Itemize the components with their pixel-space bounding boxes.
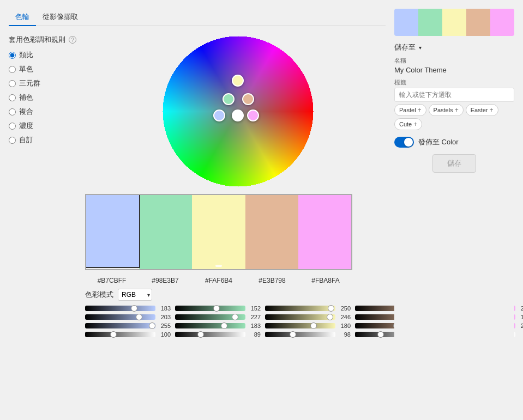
sliders-grid: 1831522502272512032272461831682551831801…: [85, 305, 352, 338]
slider-val-r0-c2: 250: [338, 305, 351, 312]
handle-4[interactable]: [213, 109, 225, 121]
slider-cell-r2-c1: 183: [175, 322, 261, 329]
slider-val-r3-c4: 98: [518, 331, 523, 338]
handle-1[interactable]: [232, 75, 244, 87]
tag-plus-icon: +: [489, 106, 493, 114]
slider-r2-c1[interactable]: [175, 323, 245, 328]
info-icon[interactable]: ?: [69, 36, 76, 44]
preview-swatch-4: [490, 9, 514, 36]
name-value[interactable]: My Color Theme: [394, 66, 514, 74]
handle-3[interactable]: [242, 93, 254, 105]
radio-triadic[interactable]: 三元群: [9, 78, 76, 88]
save-button[interactable]: 儲存: [432, 154, 476, 173]
tab-color-wheel[interactable]: 色輪: [9, 9, 36, 26]
handle-2[interactable]: [223, 93, 235, 105]
slider-r0-c0[interactable]: [85, 306, 155, 311]
right-panel: 儲存至 ▾ 名稱 My Color Theme 標籤 Pastel +: [394, 9, 514, 411]
tag-cute[interactable]: Cute +: [394, 118, 422, 130]
tag-plus-icon: +: [413, 120, 417, 128]
slider-val-r0-c4: 251: [518, 305, 523, 312]
color-mode-select[interactable]: RGB HSB CMYK Lab: [118, 289, 152, 301]
slider-row-r1-c1: 227: [175, 314, 261, 320]
handle-5[interactable]: [232, 109, 244, 121]
publish-label: 發佈至 Color: [418, 137, 459, 147]
preview-swatch-0: [394, 9, 418, 36]
radio-analogous[interactable]: 類比: [9, 50, 76, 60]
publish-toggle-row: 發佈至 Color: [394, 137, 514, 148]
tags-field-group: 標籤 Pastel + Pastels + Easter +: [394, 78, 514, 130]
swatch-1[interactable]: [139, 195, 192, 269]
slider-row-r3-c1: 89: [175, 331, 261, 338]
tags-input[interactable]: [394, 88, 514, 102]
slider-r1-c1[interactable]: [175, 314, 245, 320]
slider-val-r0-c1: 152: [248, 305, 261, 312]
preview-swatch-3: [466, 9, 490, 36]
radio-monochromatic[interactable]: 單色: [9, 64, 76, 74]
slider-val-r3-c1: 89: [248, 331, 261, 338]
slider-row-r3-c2: 98: [265, 331, 351, 338]
swatch-2[interactable]: [192, 195, 245, 269]
tag-easter[interactable]: Easter +: [466, 104, 498, 116]
tag-plus-icon: +: [418, 106, 422, 114]
swatch-4[interactable]: [298, 195, 351, 269]
slider-r3-c0[interactable]: [85, 332, 155, 337]
slider-cell-r2-c2: 180: [265, 322, 351, 329]
tab-from-image[interactable]: 從影像擷取: [36, 9, 85, 26]
slider-val-r3-c2: 98: [338, 331, 351, 338]
slider-cell-r0-c2: 250: [265, 305, 351, 312]
radio-shades[interactable]: 濃度: [9, 121, 76, 131]
swatch-0[interactable]: [85, 194, 140, 268]
color-mode-label: 色彩模式: [85, 290, 113, 300]
tags-row: Pastel + Pastels + Easter + Cute +: [394, 104, 514, 130]
hex-row: #B7CBFF #98E3B7 #FAF6B4 #E3B798 #FBA8FA: [85, 277, 352, 284]
tab-bar: 色輪 從影像擷取: [9, 9, 386, 26]
publish-toggle[interactable]: [394, 137, 414, 148]
slider-r1-c0[interactable]: [85, 314, 155, 320]
slider-r2-c0[interactable]: [85, 323, 155, 328]
slider-val-r0-c0: 183: [158, 305, 171, 312]
slider-cell-r3-c1: 89: [175, 331, 261, 338]
slider-r2-c2[interactable]: [265, 323, 335, 328]
slider-val-r1-c0: 203: [158, 314, 171, 320]
toggle-knob: [404, 138, 413, 147]
tag-plus-icon: +: [455, 106, 459, 114]
radio-compound[interactable]: 複合: [9, 107, 76, 117]
swatches-row: [85, 194, 352, 270]
slider-val-r2-c4: 250: [518, 322, 523, 329]
slider-r0-c2[interactable]: [265, 306, 335, 311]
preview-swatch-1: [418, 9, 442, 36]
save-to-label[interactable]: 儲存至 ▾: [394, 42, 514, 52]
slider-cell-r1-c2: 246: [265, 314, 351, 320]
color-wheel-container[interactable]: [89, 35, 386, 187]
slider-val-r1-c4: 168: [518, 314, 523, 320]
tag-pastels[interactable]: Pastels +: [429, 104, 464, 116]
hex-1: #98E3B7: [139, 277, 192, 284]
tags-label: 標籤: [394, 78, 514, 87]
slider-r3-c2[interactable]: [265, 332, 335, 337]
slider-r3-c1[interactable]: [175, 332, 245, 337]
handle-6[interactable]: [247, 109, 259, 121]
slider-val-r3-c0: 100: [158, 331, 171, 338]
radio-custom[interactable]: 自訂: [9, 135, 76, 145]
slider-r1-c2[interactable]: [265, 314, 335, 320]
slider-row-r1-c2: 246: [265, 314, 351, 320]
slider-row-r2-c0: 255: [85, 322, 171, 329]
palette-preview: [394, 9, 514, 36]
slider-val-r1-c2: 246: [338, 314, 351, 320]
save-to-section: 儲存至 ▾ 名稱 My Color Theme 標籤 Pastel +: [394, 42, 514, 173]
slider-cell-r3-c0: 100: [85, 331, 171, 338]
slider-cell-r1-c1: 227: [175, 314, 261, 320]
slider-r0-c1[interactable]: [175, 306, 245, 311]
name-field-group: 名稱 My Color Theme: [394, 57, 514, 74]
hex-4: #FBA8FA: [299, 277, 352, 284]
color-mode-select-wrapper[interactable]: RGB HSB CMYK Lab: [118, 289, 152, 301]
swatch-3[interactable]: [245, 195, 298, 269]
tag-pastel[interactable]: Pastel +: [394, 104, 426, 116]
slider-row-r2-c1: 183: [175, 322, 261, 329]
slider-row-r2-c2: 180: [265, 322, 351, 329]
slider-row-r0-c2: 250: [265, 305, 351, 312]
slider-row-r1-c0: 203: [85, 314, 171, 320]
radio-complementary[interactable]: 補色: [9, 93, 76, 102]
harmony-radio-list: 類比 單色 三元群 補色: [9, 50, 76, 145]
slider-cell-r0-c0: 183: [85, 305, 171, 312]
